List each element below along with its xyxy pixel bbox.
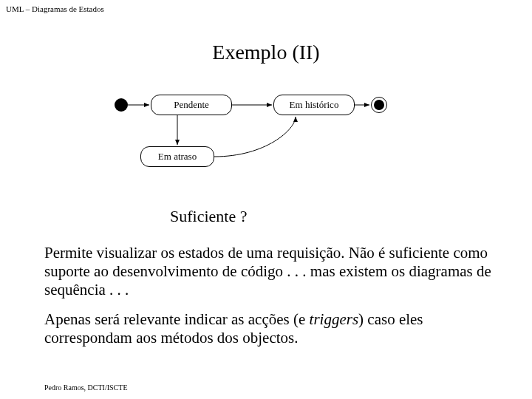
slide-header: UML – Diagramas de Estados [6,4,104,13]
paragraph-2-part-a: Apenas será relevante indicar as acções … [44,310,310,328]
paragraph-2-triggers: triggers [310,310,359,328]
paragraph-2: Apenas será relevante indicar as acções … [44,310,495,347]
slide-footer: Pedro Ramos, DCTI/ISCTE [44,383,128,392]
slide-title: Exemplo (II) [0,41,532,64]
state-diagram: Pendente Em histórico Em atraso [0,89,532,192]
paragraph-1: Permite visualizar os estados de uma req… [44,244,495,300]
diagram-arrows [0,89,532,192]
question-text: Suficiente ? [170,207,247,226]
